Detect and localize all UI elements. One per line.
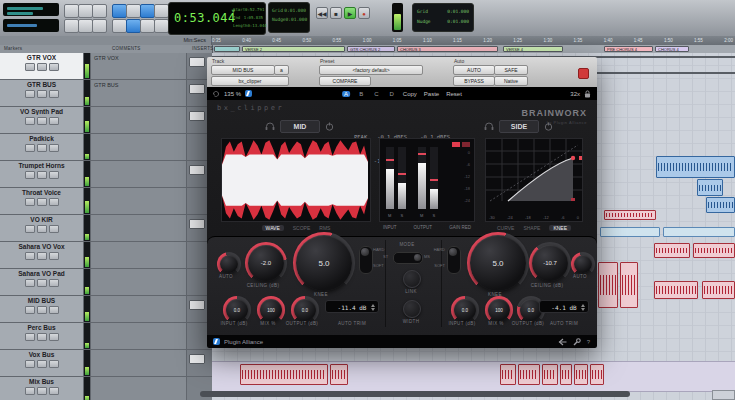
refresh-icon[interactable] — [212, 90, 220, 98]
audio-clip[interactable] — [240, 364, 328, 385]
solo-button[interactable] — [37, 387, 47, 395]
track-comment-cell[interactable] — [91, 215, 187, 241]
tab-shape[interactable]: SHAPE — [523, 225, 540, 231]
record-enable-button[interactable] — [25, 198, 35, 206]
plugin-format[interactable]: Native — [494, 76, 528, 86]
audio-clip[interactable] — [654, 281, 698, 299]
track-comment-cell[interactable] — [91, 296, 187, 322]
solo-button[interactable] — [37, 360, 47, 368]
help-button[interactable]: ? — [587, 339, 590, 345]
audio-clip[interactable] — [330, 364, 348, 385]
record-enable-button[interactable] — [25, 225, 35, 233]
scroll-corner[interactable] — [712, 390, 735, 400]
track-comment-cell[interactable] — [91, 242, 187, 268]
audio-clip[interactable] — [600, 227, 660, 237]
toolbar-button[interactable] — [126, 19, 141, 33]
track-name-cell[interactable]: Perc Bus — [0, 323, 84, 349]
audio-clip[interactable] — [560, 364, 572, 385]
mid-output-knob[interactable]: 0.0 — [291, 296, 319, 324]
track-row[interactable]: VO KIR — [0, 215, 212, 242]
marker-chip[interactable]: GTR CHORUS 2 — [347, 46, 395, 52]
toolbar-button[interactable] — [78, 4, 93, 18]
side-auto-ceiling-knob[interactable] — [571, 252, 595, 276]
track-name-cell[interactable]: Trumpet Horns — [0, 161, 84, 187]
copy-button[interactable]: Copy — [403, 91, 417, 97]
headphones-icon[interactable] — [265, 122, 275, 131]
tab-rms[interactable]: RMS — [319, 225, 330, 231]
record-enable-button[interactable] — [25, 252, 35, 260]
audio-clip[interactable] — [693, 243, 735, 258]
mid-clip-mode-toggle[interactable] — [359, 246, 373, 274]
marker-chip[interactable]: PRE CHORUS 4 — [604, 46, 653, 52]
audio-clip[interactable] — [590, 364, 604, 385]
track-comment-cell[interactable] — [91, 134, 187, 160]
setting-slot-d[interactable]: D — [387, 91, 395, 97]
track-comment-cell[interactable] — [91, 350, 187, 376]
toolbar-button[interactable] — [64, 19, 79, 33]
audio-clip[interactable] — [598, 262, 618, 308]
track-row[interactable]: MID BUS — [0, 296, 212, 323]
track-comment-cell[interactable] — [91, 377, 187, 400]
side-knee-knob[interactable]: 5.0 — [467, 232, 529, 294]
marker-chip[interactable]: VERSE 4 — [503, 46, 563, 52]
marker-chip[interactable]: CHORUS 3 — [397, 46, 498, 52]
solo-button[interactable] — [37, 306, 47, 314]
mute-button[interactable] — [49, 225, 59, 233]
track-name-cell[interactable]: Mix Bus — [0, 377, 84, 400]
solo-button[interactable] — [37, 90, 47, 98]
preset-selector[interactable]: <factory default> — [319, 65, 423, 75]
mute-button[interactable] — [49, 333, 59, 341]
auto-enable-button[interactable]: AUTO — [453, 65, 495, 75]
track-name-cell[interactable]: Vox Bus — [0, 350, 84, 376]
target-button[interactable] — [578, 68, 589, 79]
track-comment-cell[interactable]: GTR BUS — [91, 80, 187, 106]
bypass-button[interactable]: BYPASS — [453, 76, 495, 86]
track-selector[interactable]: MID BUS — [211, 65, 275, 75]
track-row[interactable]: Sahara VO Pad — [0, 269, 212, 296]
grabber-tool-button[interactable] — [154, 4, 169, 18]
solo-button[interactable] — [37, 144, 47, 152]
record-enable-button[interactable] — [25, 171, 35, 179]
mid-input-knob[interactable]: 0.0 — [223, 296, 251, 324]
track-name-cell[interactable]: GTR VOX — [0, 53, 84, 79]
mute-button[interactable] — [49, 360, 59, 368]
side-auto-trim-display[interactable]: -4.1 dB — [539, 300, 589, 313]
audio-clip[interactable] — [574, 364, 588, 385]
record-button[interactable]: ● — [358, 7, 370, 19]
track-comment-cell[interactable] — [91, 188, 187, 214]
record-enable-button[interactable] — [25, 360, 35, 368]
selector-tool-button[interactable] — [140, 4, 155, 18]
wrench-icon[interactable] — [573, 338, 581, 346]
side-clip-mode-toggle[interactable] — [447, 246, 461, 274]
setting-slot-a[interactable]: A — [342, 91, 350, 97]
solo-button[interactable] — [37, 171, 47, 179]
audio-clip[interactable] — [656, 156, 735, 178]
audio-clip[interactable] — [518, 364, 540, 385]
marker-chip[interactable]: CHORUS 4 — [655, 46, 689, 52]
audio-clip[interactable] — [500, 364, 516, 385]
track-row[interactable]: Vox Bus — [0, 350, 212, 377]
setting-slot-c[interactable]: C — [372, 91, 380, 97]
track-name-cell[interactable]: Throat Voice — [0, 188, 84, 214]
solo-button[interactable] — [37, 63, 47, 71]
solo-button[interactable] — [37, 225, 47, 233]
main-counter[interactable]: 0:53.044 ▼ Start0:52.791 End1:05.835 Len… — [168, 2, 266, 35]
audio-clip[interactable] — [697, 179, 723, 196]
track-comment-cell[interactable] — [91, 161, 187, 187]
mute-button[interactable] — [49, 117, 59, 125]
record-enable-button[interactable] — [25, 387, 35, 395]
link-button[interactable] — [403, 270, 421, 288]
record-enable-button[interactable] — [25, 117, 35, 125]
plugin-alliance-icon[interactable] — [245, 90, 252, 97]
tab-scope[interactable]: SCOPE — [293, 225, 311, 231]
waveform-display[interactable] — [221, 138, 371, 222]
mute-button[interactable] — [49, 252, 59, 260]
track-comment-cell[interactable]: GTR VOX — [91, 53, 187, 79]
track-row[interactable]: Throat Voice — [0, 188, 212, 215]
ui-zoom-level[interactable]: 135 % — [224, 91, 241, 97]
play-button[interactable]: ▶ — [344, 7, 356, 19]
mute-button[interactable] — [49, 63, 59, 71]
tab-wave[interactable]: WAVE — [262, 225, 284, 231]
solo-button[interactable] — [37, 252, 47, 260]
track-name-cell[interactable]: Padkick — [0, 134, 84, 160]
